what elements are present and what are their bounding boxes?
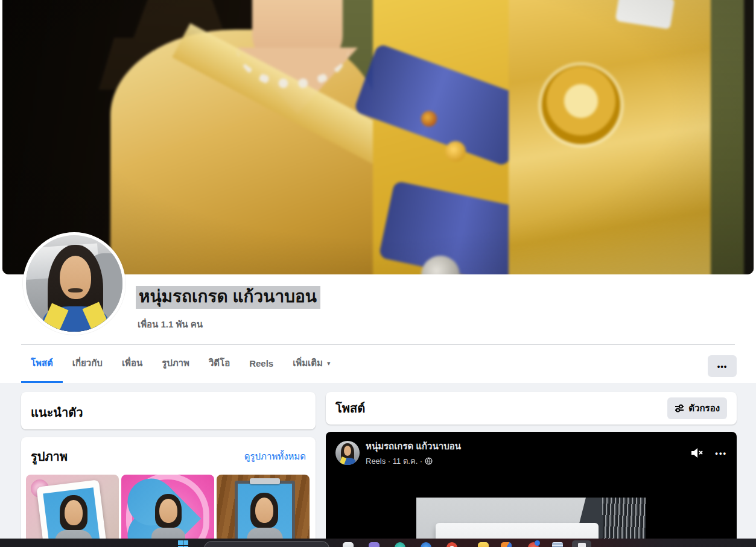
tab-friends[interactable]: เพื่อน	[112, 345, 152, 383]
post-author-avatar[interactable]	[335, 441, 360, 465]
cover-photo[interactable]	[2, 0, 754, 274]
posts-header-card: โพสต์ ตัวกรอง	[326, 392, 737, 425]
taskbar-app-icon-1[interactable]	[343, 542, 354, 547]
taskbar-app-icon-6[interactable]	[478, 542, 489, 547]
photo-thumbnail-pink-frame[interactable]	[26, 475, 119, 547]
post-menu-button[interactable]: •••	[715, 449, 727, 458]
photos-title: รูปภาพ	[31, 447, 68, 466]
profile-tabbar: โพสต์ เกี่ยวกับ เพื่อน รูปภาพ วิดีโอ Ree…	[21, 344, 735, 383]
tab-about[interactable]: เกี่ยวกับ	[63, 345, 112, 383]
filters-button[interactable]: ตัวกรอง	[667, 397, 727, 419]
taskbar-app-icon-3[interactable]	[395, 542, 405, 547]
post-header: หนุ่มรถเกรด แก้วนาบอน Reels · 11 ต.ค. · …	[326, 432, 737, 474]
taskbar-app-icon-9[interactable]	[552, 542, 563, 547]
tab-posts[interactable]: โพสต์	[21, 345, 63, 383]
intro-card: แนะนำตัว	[21, 392, 316, 429]
notification-badge	[535, 540, 540, 546]
profile-options-button[interactable]: •••	[708, 355, 737, 377]
tab-videos[interactable]: วิดีโอ	[199, 345, 240, 383]
post-author-name[interactable]: หนุ่มรถเกรด แก้วนาบอน	[366, 439, 461, 454]
profile-name: หนุ่มรถเกรด แก้วนาบอน	[136, 286, 320, 309]
windows-start-button[interactable]	[178, 540, 188, 547]
filter-sliders-icon	[675, 403, 684, 413]
see-all-photos-link[interactable]: ดูรูปภาพทั้งหมด	[244, 449, 306, 464]
taskbar-app-icon-7[interactable]	[501, 542, 512, 547]
chevron-down-icon: ▾	[327, 359, 331, 367]
profile-header: หนุ่มรถเกรด แก้วนาบอน เพื่อน 1.1 พัน คน …	[0, 0, 756, 383]
photo-thumbnail-clipboard[interactable]	[217, 475, 310, 547]
profile-picture[interactable]	[23, 232, 125, 335]
photos-card: รูปภาพ ดูรูปภาพทั้งหมด	[21, 437, 316, 547]
muted-speaker-icon	[690, 446, 704, 460]
photo-grid	[26, 475, 311, 547]
taskbar-app-icon-5[interactable]	[446, 542, 457, 547]
taskbar-active-window-button[interactable]	[572, 540, 591, 547]
mute-toggle-button[interactable]	[690, 446, 704, 460]
taskbar-app-icon-4[interactable]	[421, 542, 431, 547]
friends-count-link[interactable]: เพื่อน 1.1 พัน คน	[138, 317, 203, 332]
reel-post-card: หนุ่มรถเกรด แก้วนาบอน Reels · 11 ต.ค. · …	[326, 432, 737, 547]
posts-title: โพสต์	[335, 399, 365, 418]
windows-taskbar	[0, 539, 756, 547]
tab-more[interactable]: เพิ่มเติม ▾	[283, 345, 340, 383]
photo-thumbnail-heart-frame[interactable]	[121, 475, 214, 547]
globe-privacy-icon	[425, 457, 433, 465]
tab-reels[interactable]: Reels	[240, 345, 283, 383]
taskbar-search-box[interactable]	[204, 541, 329, 547]
taskbar-app-icon-2[interactable]	[369, 542, 380, 547]
post-meta[interactable]: Reels · 11 ต.ค. ·	[366, 455, 461, 467]
intro-title: แนะนำตัว	[31, 403, 306, 422]
tab-photos[interactable]: รูปภาพ	[152, 345, 199, 383]
